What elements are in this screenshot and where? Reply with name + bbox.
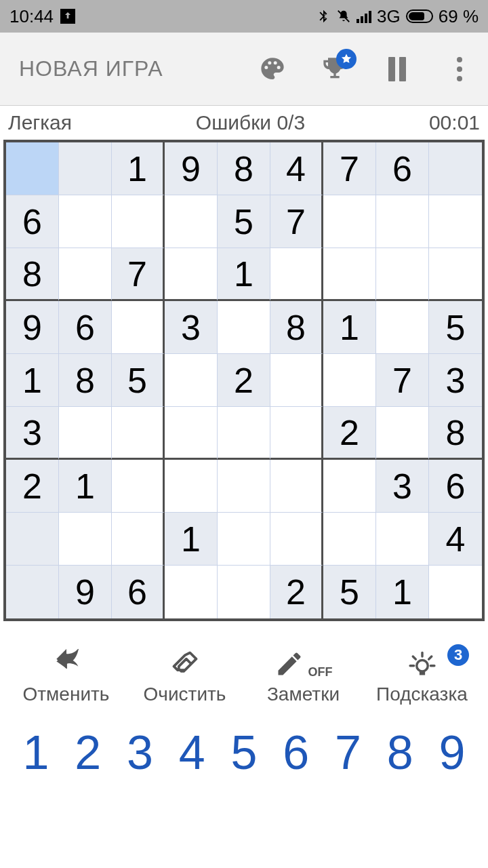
cell-r3-c2[interactable] <box>112 301 165 354</box>
cell-r0-c7[interactable]: 6 <box>376 142 429 195</box>
cell-r2-c7[interactable] <box>376 248 429 301</box>
numkey-3[interactable]: 3 <box>117 726 164 780</box>
cell-r0-c0[interactable] <box>6 142 59 195</box>
cell-r6-c0[interactable]: 2 <box>6 460 59 513</box>
cell-r6-c1[interactable]: 1 <box>59 460 112 513</box>
cell-r2-c3[interactable] <box>165 248 218 301</box>
cell-r5-c1[interactable] <box>59 407 112 460</box>
pause-button[interactable] <box>382 54 412 84</box>
cell-r3-c0[interactable]: 9 <box>6 301 59 354</box>
cell-r1-c4[interactable]: 5 <box>218 195 270 248</box>
cell-r0-c8[interactable] <box>429 142 482 195</box>
numkey-6[interactable]: 6 <box>272 726 320 780</box>
cell-r2-c8[interactable] <box>429 248 482 301</box>
more-button[interactable] <box>445 54 474 84</box>
cell-r7-c3[interactable]: 1 <box>165 513 218 566</box>
cell-r1-c0[interactable]: 6 <box>6 195 59 248</box>
cell-r7-c0[interactable] <box>6 513 59 566</box>
cell-r3-c4[interactable] <box>218 301 270 354</box>
cell-r0-c3[interactable]: 9 <box>165 142 218 195</box>
trophy-button[interactable] <box>320 54 350 84</box>
hint-button[interactable]: 3 Подсказка <box>363 648 481 705</box>
cell-r4-c5[interactable] <box>270 354 323 407</box>
cell-r3-c7[interactable] <box>376 301 429 354</box>
numkey-2[interactable]: 2 <box>64 726 112 780</box>
theme-button[interactable] <box>258 54 287 84</box>
cell-r2-c1[interactable] <box>59 248 112 301</box>
cell-r2-c2[interactable]: 7 <box>112 248 165 301</box>
cell-r4-c0[interactable]: 1 <box>6 354 59 407</box>
cell-r4-c8[interactable]: 3 <box>429 354 482 407</box>
cell-r3-c6[interactable]: 1 <box>323 301 376 354</box>
cell-r4-c2[interactable]: 5 <box>112 354 165 407</box>
cell-r8-c0[interactable] <box>6 566 59 618</box>
cell-r1-c3[interactable] <box>165 195 218 248</box>
cell-r7-c1[interactable] <box>59 513 112 566</box>
undo-button[interactable]: Отменить <box>7 648 125 705</box>
cell-r4-c6[interactable] <box>323 354 376 407</box>
cell-r4-c7[interactable]: 7 <box>376 354 429 407</box>
cell-r7-c4[interactable] <box>218 513 270 566</box>
cell-r1-c2[interactable] <box>112 195 165 248</box>
cell-r2-c6[interactable] <box>323 248 376 301</box>
cell-r2-c4[interactable]: 1 <box>218 248 270 301</box>
cell-r4-c1[interactable]: 8 <box>59 354 112 407</box>
cell-r4-c4[interactable]: 2 <box>218 354 270 407</box>
cell-r5-c0[interactable]: 3 <box>6 407 59 460</box>
numkey-7[interactable]: 7 <box>325 726 372 780</box>
cell-r3-c5[interactable]: 8 <box>270 301 323 354</box>
cell-r5-c8[interactable]: 8 <box>429 407 482 460</box>
cell-r1-c1[interactable] <box>59 195 112 248</box>
cell-r0-c5[interactable]: 4 <box>270 142 323 195</box>
cell-r6-c7[interactable]: 3 <box>376 460 429 513</box>
cell-r6-c4[interactable] <box>218 460 270 513</box>
cell-r7-c8[interactable]: 4 <box>429 513 482 566</box>
cell-r5-c4[interactable] <box>218 407 270 460</box>
cell-r6-c3[interactable] <box>165 460 218 513</box>
cell-r7-c6[interactable] <box>323 513 376 566</box>
cell-r8-c5[interactable]: 2 <box>270 566 323 618</box>
cell-r3-c8[interactable]: 5 <box>429 301 482 354</box>
cell-r8-c7[interactable]: 1 <box>376 566 429 618</box>
notes-button[interactable]: OFF Заметки <box>244 648 363 705</box>
cell-r6-c8[interactable]: 6 <box>429 460 482 513</box>
cell-r5-c5[interactable] <box>270 407 323 460</box>
numkey-1[interactable]: 1 <box>12 726 60 780</box>
cell-r7-c5[interactable] <box>270 513 323 566</box>
cell-r1-c5[interactable]: 7 <box>270 195 323 248</box>
cell-r5-c2[interactable] <box>112 407 165 460</box>
cell-r5-c7[interactable] <box>376 407 429 460</box>
cell-r8-c8[interactable] <box>429 566 482 618</box>
cell-r3-c3[interactable]: 3 <box>165 301 218 354</box>
numkey-9[interactable]: 9 <box>428 726 476 780</box>
numkey-4[interactable]: 4 <box>168 726 216 780</box>
new-game-button[interactable]: НОВАЯ ИГРА <box>19 56 258 81</box>
cell-r6-c5[interactable] <box>270 460 323 513</box>
numkey-5[interactable]: 5 <box>220 726 268 780</box>
cell-r1-c7[interactable] <box>376 195 429 248</box>
erase-button[interactable]: Очистить <box>125 648 244 705</box>
cell-r4-c3[interactable] <box>165 354 218 407</box>
cell-r7-c2[interactable] <box>112 513 165 566</box>
cell-r8-c6[interactable]: 5 <box>323 566 376 618</box>
cell-r2-c0[interactable]: 8 <box>6 248 59 301</box>
cell-r8-c1[interactable]: 9 <box>59 566 112 618</box>
cell-r6-c6[interactable] <box>323 460 376 513</box>
cell-r5-c6[interactable]: 2 <box>323 407 376 460</box>
cell-r2-c5[interactable] <box>270 248 323 301</box>
numkey-8[interactable]: 8 <box>376 726 424 780</box>
cell-r0-c6[interactable]: 7 <box>323 142 376 195</box>
cell-r3-c1[interactable]: 6 <box>59 301 112 354</box>
cell-r8-c3[interactable] <box>165 566 218 618</box>
cell-r7-c7[interactable] <box>376 513 429 566</box>
vibrate-icon <box>336 9 351 24</box>
cell-r0-c1[interactable] <box>59 142 112 195</box>
cell-r0-c4[interactable]: 8 <box>218 142 270 195</box>
cell-r0-c2[interactable]: 1 <box>112 142 165 195</box>
cell-r1-c8[interactable] <box>429 195 482 248</box>
cell-r8-c4[interactable] <box>218 566 270 618</box>
cell-r1-c6[interactable] <box>323 195 376 248</box>
cell-r5-c3[interactable] <box>165 407 218 460</box>
cell-r6-c2[interactable] <box>112 460 165 513</box>
cell-r8-c2[interactable]: 6 <box>112 566 165 618</box>
